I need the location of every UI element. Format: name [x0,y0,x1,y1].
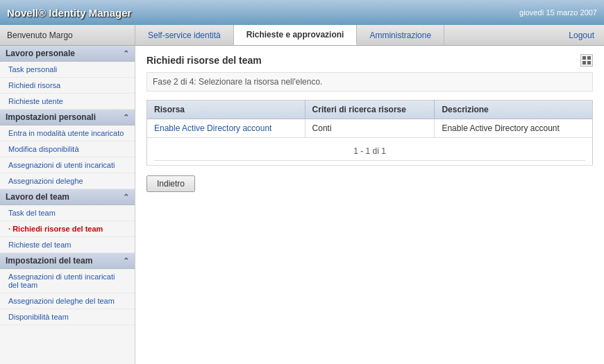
svg-rect-0 [582,56,586,60]
main-layout: Lavoro personale ⌃ Task personali Richie… [0,46,604,364]
tab-self-service[interactable]: Self-service identità [135,25,234,45]
column-header-description: Descrizione [435,101,593,119]
pagination-row: 1 - 1 di 1 [147,138,593,166]
column-header-criteria: Criteri di ricerca risorse [305,101,435,119]
content-area: Richiedi risorse del team Fase 2 di 4: S… [135,46,604,364]
pagination-info: 1 - 1 di 1 [154,142,585,161]
nav-tabs: Self-service identità Richieste e approv… [135,25,559,45]
content-header: Richiedi risorse del team [146,54,593,67]
tab-administration[interactable]: Amministrazione [357,25,444,45]
table-header-row: Risorsa Criteri di ricerca risorse Descr… [147,101,593,119]
resource-link[interactable]: Enable Active Directory account [154,123,271,133]
sidebar-item-richieste-team[interactable]: Richieste del team [0,237,135,253]
resource-table: Risorsa Criteri di ricerca risorse Descr… [146,100,593,166]
description-cell: Enable Active Directory account [435,119,593,138]
sidebar-item-richiedi-risorse-team[interactable]: Richiedi risorse del team [0,221,135,237]
back-button[interactable]: Indietro [146,175,195,192]
tab-requests[interactable]: Richieste e approvazioni [234,25,358,45]
collapse-icon-2: ⌃ [123,193,129,202]
app-header: Novell® Identity Manager giovedì 15 marz… [0,0,604,25]
sidebar-item-richieste-utente[interactable]: Richieste utente [0,94,135,110]
svg-rect-3 [587,61,591,64]
sidebar-item-modalita-utente[interactable]: Entra in modalità utente incaricato [0,125,135,141]
top-navigation: Benvenuto Margo Self-service identità Ri… [0,25,604,46]
sidebar-item-disponibilita-team[interactable]: Disponibilità team [0,309,135,325]
svg-rect-2 [582,61,586,64]
page-title: Richiedi risorse del team [146,55,262,66]
sidebar-section-lavoro-personale[interactable]: Lavoro personale ⌃ [0,46,135,62]
column-header-resource: Risorsa [147,101,305,119]
resource-cell: Enable Active Directory account [147,119,305,138]
grid-view-icon[interactable] [580,54,593,67]
table-row: Enable Active Directory account Conti En… [147,119,593,138]
phase-info: Fase 2 di 4: Selezionare la risorsa nell… [146,72,593,92]
sidebar-item-task-personali[interactable]: Task personali [0,62,135,78]
app-logo: Novell® Identity Manager [7,7,131,19]
svg-rect-1 [587,56,591,60]
sidebar-item-assegnazioni-utenti-team[interactable]: Assegnazioni di utenti incaricati del te… [0,269,135,293]
sidebar-item-modifica-disponibilita[interactable]: Modifica disponibilità [0,141,135,157]
collapse-icon-1: ⌃ [123,113,129,122]
sidebar-item-assegnazioni-utenti[interactable]: Assegnazioni di utenti incaricati [0,157,135,173]
sidebar: Lavoro personale ⌃ Task personali Richie… [0,46,135,364]
sidebar-section-impostazioni-personali[interactable]: Impostazioni personali ⌃ [0,110,135,125]
collapse-icon-3: ⌃ [123,257,129,266]
sidebar-item-richiedi-risorsa[interactable]: Richiedi risorsa [0,78,135,94]
sidebar-item-assegnazioni-deleghe[interactable]: Assegnazioni deleghe [0,173,135,189]
header-date: giovedì 15 marzo 2007 [519,8,597,17]
logout-button[interactable]: Logout [559,25,604,45]
collapse-icon-0: ⌃ [123,49,129,58]
welcome-message: Benvenuto Margo [0,25,135,45]
sidebar-item-task-team[interactable]: Task del team [0,205,135,221]
sidebar-section-impostazioni-team[interactable]: Impostazioni del team ⌃ [0,253,135,269]
criteria-cell: Conti [305,119,435,138]
sidebar-section-lavoro-team[interactable]: Lavoro del team ⌃ [0,189,135,205]
sidebar-item-assegnazioni-deleghe-team[interactable]: Assegnazioni deleghe del team [0,293,135,309]
